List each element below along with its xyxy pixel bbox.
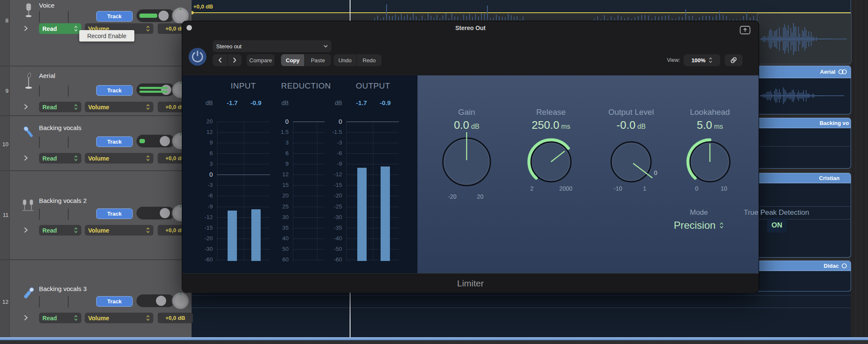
undo-button[interactable]: Undo xyxy=(334,54,357,66)
level-fader[interactable] xyxy=(136,294,175,307)
level-fader[interactable] xyxy=(136,9,175,22)
scale-tick-label: -12 xyxy=(323,171,342,178)
preset-dropdown[interactable]: Stereo out xyxy=(213,40,331,52)
playhead[interactable] xyxy=(350,0,351,21)
chevron-updown-icon xyxy=(146,155,150,162)
release-max-label: 2000 xyxy=(553,185,579,192)
previous-preset-button[interactable] xyxy=(213,54,228,66)
mute-button[interactable]: M xyxy=(39,11,40,21)
level-fader[interactable] xyxy=(136,135,175,147)
link-icon[interactable] xyxy=(725,54,743,66)
view-zoom-stepper[interactable]: 100% xyxy=(684,54,720,66)
automation-mode-value: Read xyxy=(42,25,57,32)
track-name[interactable]: Backing vocals 3 xyxy=(39,285,145,294)
automation-mode-dropdown[interactable]: Read xyxy=(39,153,81,164)
mode-dropdown[interactable]: Precision xyxy=(657,219,741,231)
record-enable-button[interactable]: R xyxy=(68,297,69,306)
compare-button[interactable]: Compare xyxy=(247,54,275,66)
disclosure-chevron-icon[interactable] xyxy=(23,104,28,110)
scale-tick-label: 3 xyxy=(194,161,213,167)
automation-mode-dropdown[interactable]: Read xyxy=(39,313,81,323)
meter-gridline xyxy=(346,217,399,218)
automation-value-box[interactable]: +0,0 dB xyxy=(158,313,193,323)
scale-tick-label: -60 xyxy=(194,256,213,263)
disclosure-chevron-icon[interactable] xyxy=(23,315,28,321)
automation-param-dropdown[interactable]: Volume xyxy=(85,313,153,323)
track-name[interactable]: Backing vocals 2 xyxy=(39,197,145,205)
track-number: 10 xyxy=(0,141,8,148)
fader-thumb[interactable] xyxy=(160,208,170,218)
release-min-label: 2 xyxy=(519,185,545,192)
automation-param-value: Volume xyxy=(88,315,109,322)
fader-thumb[interactable] xyxy=(159,11,169,21)
track-name[interactable]: Backing vocals xyxy=(39,124,145,133)
meter-gridline xyxy=(293,207,325,207)
track-number: 8 xyxy=(0,17,8,24)
automation-param-value: Volume xyxy=(88,155,109,162)
automation-param-dropdown[interactable]: Volume xyxy=(85,102,153,112)
mute-solo-group: MS xyxy=(39,11,40,22)
plugin-power-button[interactable] xyxy=(188,47,207,68)
level-fader[interactable] xyxy=(136,207,175,219)
meter-gridline xyxy=(346,228,399,228)
automation-mode-value: Read xyxy=(42,104,57,111)
tooltip: Record Enable xyxy=(79,30,134,42)
disclosure-chevron-icon[interactable] xyxy=(23,25,28,31)
scale-tick-label: -25 xyxy=(323,203,342,210)
mute-button[interactable]: M xyxy=(39,137,40,147)
disclosure-chevron-icon[interactable] xyxy=(23,155,28,161)
open-in-window-icon[interactable] xyxy=(740,25,751,36)
record-enable-button[interactable]: R xyxy=(68,11,69,21)
record-enable-button[interactable]: R xyxy=(68,209,69,219)
mute-button[interactable]: M xyxy=(39,209,40,219)
automation-param-dropdown[interactable]: Volume xyxy=(85,153,153,164)
record-enable-button[interactable]: R xyxy=(68,137,69,147)
playhead[interactable] xyxy=(350,292,351,337)
scale-tick-label: 0 xyxy=(194,171,213,178)
track-name[interactable]: Voice xyxy=(39,2,145,10)
scale-tick-label: 40 xyxy=(270,235,289,242)
scale-tick-label: -15 xyxy=(323,182,342,189)
automation-param-dropdown[interactable]: Volume xyxy=(85,225,153,236)
true-peak-toggle[interactable]: ON xyxy=(767,218,787,233)
fader-thumb[interactable] xyxy=(160,136,170,146)
track-number: 9 xyxy=(0,88,8,94)
track-number: 12 xyxy=(0,299,8,305)
paste-button[interactable]: Paste xyxy=(305,54,331,66)
track-name[interactable]: Aerial xyxy=(39,72,145,80)
copy-button[interactable]: Copy xyxy=(281,54,305,66)
gain-knob[interactable] xyxy=(431,126,503,198)
track-on-button[interactable]: Track xyxy=(96,208,133,219)
level-fader[interactable] xyxy=(136,83,175,96)
record-enable-button[interactable]: R xyxy=(68,86,69,95)
track-divider xyxy=(0,115,192,116)
mute-button[interactable]: M xyxy=(39,297,40,306)
fader-thumb[interactable] xyxy=(156,296,166,306)
scale-tick-label: 6 xyxy=(194,150,213,157)
input-meter-bar xyxy=(251,209,261,261)
automation-param-value: Volume xyxy=(88,227,109,234)
scale-tick-label: 12 xyxy=(270,171,289,178)
mute-button[interactable]: M xyxy=(39,86,40,95)
next-preset-button[interactable] xyxy=(228,54,242,66)
track-on-button[interactable]: Track xyxy=(96,11,133,22)
meter-column-line xyxy=(373,122,373,261)
disclosure-chevron-icon[interactable] xyxy=(23,227,28,233)
redo-button[interactable]: Redo xyxy=(357,54,381,66)
meter-column-line xyxy=(217,122,217,261)
meter-gridline xyxy=(346,239,399,239)
automation-mode-dropdown[interactable]: Read xyxy=(39,23,81,34)
track-on-button[interactable]: Track xyxy=(96,136,133,147)
meter-gridline xyxy=(346,153,399,154)
level-meter-fill xyxy=(139,139,145,143)
output-peak-right: -0.9 xyxy=(373,99,397,107)
pan-knob[interactable] xyxy=(171,291,190,310)
automation-mode-dropdown[interactable]: Read xyxy=(39,102,81,112)
scale-tick-label: 50 xyxy=(270,246,289,252)
chevron-updown-icon xyxy=(74,227,78,234)
limiter-controls-panel: Mode Precision True Peak Detection ON Ga… xyxy=(417,75,759,273)
automation-mode-dropdown[interactable]: Read xyxy=(39,225,81,236)
track-on-button[interactable]: Track xyxy=(96,296,133,307)
track-on-button[interactable]: Track xyxy=(96,85,133,96)
fader-thumb[interactable] xyxy=(161,85,171,95)
